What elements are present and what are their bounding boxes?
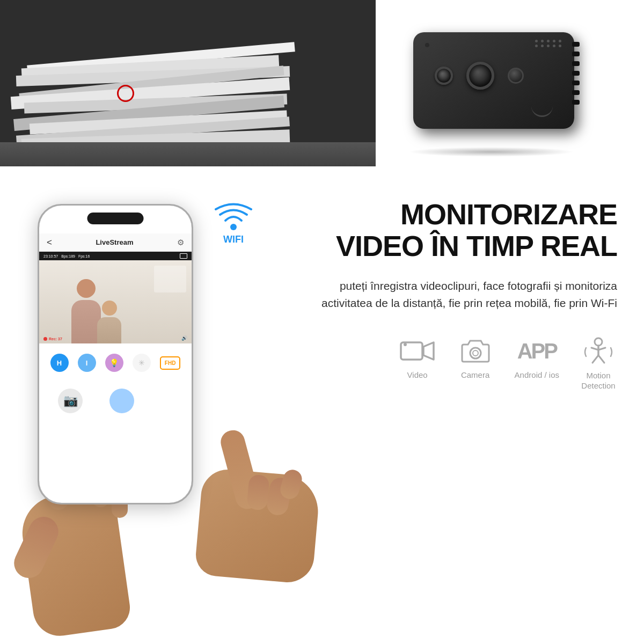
camera-icon [457, 336, 494, 366]
feature-camera-label: Camera [461, 370, 489, 379]
volume-icon[interactable]: 🔊 [181, 335, 187, 341]
wifi-label: WIFI [215, 234, 252, 245]
feature-camera: Camera [457, 336, 494, 379]
video-feed: Rec: 37 🔊 [39, 260, 192, 343]
svg-point-4 [470, 348, 481, 358]
status-time: 23:10:57 [43, 254, 58, 258]
feature-app: APP Android / ios [515, 336, 559, 379]
video-icon [399, 336, 436, 366]
headline-line1: MONITORIZARE [311, 199, 617, 230]
table-surface [0, 142, 376, 166]
books-photo [0, 0, 376, 166]
headline-line2: VIDEO ÎN TIMP REAL [311, 230, 617, 262]
ctrl-h-button[interactable]: H [50, 354, 69, 372]
camera-device [402, 11, 617, 161]
feature-app-label: Android / ios [515, 370, 559, 379]
svg-marker-2 [423, 342, 434, 360]
app-title-label: LiveStream [96, 238, 133, 246]
svg-line-8 [591, 348, 598, 350]
back-button[interactable]: < [47, 237, 52, 248]
status-bps: Bps:189 [61, 254, 75, 258]
motion-icon [580, 336, 617, 366]
app-header-bar: < LiveStream ⚙ [39, 233, 192, 252]
svg-point-5 [473, 350, 478, 356]
svg-point-3 [404, 343, 407, 346]
status-fps: Fps:16 [78, 254, 90, 258]
bottom-controls: 📷 [39, 385, 192, 417]
phone-notch [87, 213, 144, 224]
description-text: puteți înregistra videoclipuri, face fot… [311, 277, 617, 312]
feature-video: Video [399, 336, 436, 379]
ctrl-snowflake-button[interactable]: ✳ [133, 354, 151, 372]
phone-mockup: < LiveStream ⚙ 23:10:57 Bps:189 Fps:16 [38, 204, 193, 504]
svg-line-11 [598, 355, 604, 363]
ctrl-light-button[interactable]: 💡 [105, 354, 123, 372]
svg-point-6 [595, 338, 602, 346]
features-row: Video Camera APP Android / ios [311, 336, 617, 391]
red-circle-highlight [117, 85, 134, 102]
expand-icon[interactable] [180, 253, 187, 259]
feature-video-label: Video [407, 370, 428, 379]
svg-line-9 [598, 348, 605, 350]
camera-button[interactable]: 📷 [58, 389, 83, 413]
record-button[interactable] [109, 389, 134, 413]
status-bar: 23:10:57 Bps:189 Fps:16 [39, 252, 192, 260]
wifi-icon [215, 201, 252, 231]
ctrl-i-button[interactable]: I [78, 354, 96, 372]
wifi-badge: WIFI [215, 201, 252, 245]
app-controls-row: H I 💡 ✳ FHD [39, 349, 192, 376]
settings-icon[interactable]: ⚙ [177, 238, 184, 247]
feature-motion: MotionDetection [580, 336, 617, 391]
phone-screen: < LiveStream ⚙ 23:10:57 Bps:189 Fps:16 [39, 206, 192, 503]
app-icon: APP [518, 336, 555, 366]
rec-indicator: Rec: 37 [43, 337, 62, 341]
svg-point-0 [230, 224, 237, 230]
svg-line-10 [592, 355, 598, 363]
rec-label: Rec: 37 [49, 337, 62, 341]
right-content: MONITORIZARE VIDEO ÎN TIMP REAL puteți î… [301, 182, 644, 402]
ctrl-fhd-button[interactable]: FHD [160, 356, 181, 370]
feature-motion-label: MotionDetection [581, 370, 615, 391]
